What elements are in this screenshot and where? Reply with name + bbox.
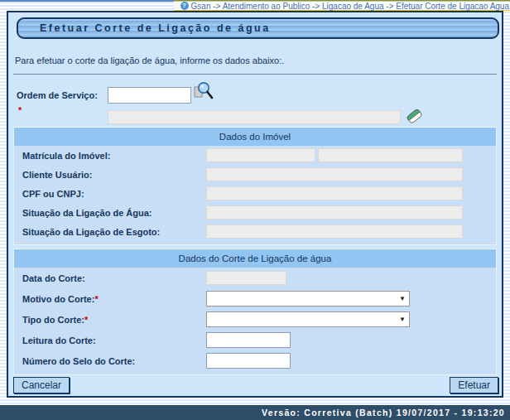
situacao-agua-field bbox=[206, 205, 463, 220]
main-panel: Efetuar Corte de Ligação de água Para ef… bbox=[7, 11, 503, 398]
eraser-icon[interactable] bbox=[406, 106, 424, 129]
search-icon[interactable] bbox=[194, 80, 214, 105]
ordem-servico-description-field bbox=[108, 110, 401, 124]
section-dados-corte-header: Dados do Corte de Ligação de água bbox=[14, 249, 496, 268]
cancel-button[interactable]: Cancelar bbox=[13, 377, 70, 393]
tipo-required-marker: * bbox=[84, 315, 88, 325]
situacao-esgoto-row: Situação da Ligação de Esgoto: bbox=[14, 222, 496, 241]
dropdown-arrow-icon: ▼ bbox=[399, 316, 406, 323]
breadcrumb: ? Gsan -> Atendimento ao Publico -> Liga… bbox=[174, 1, 510, 11]
situacao-esgoto-field bbox=[206, 224, 463, 239]
tipo-corte-select[interactable]: ▼ bbox=[206, 311, 410, 327]
motivo-corte-row: Motivo do Corte:* ▼ bbox=[14, 288, 496, 309]
page-title-bar: Efetuar Corte de Ligação de água bbox=[17, 17, 499, 39]
section-dados-imovel: Dados do Imóvel Matrícula do Imóvel: Cli… bbox=[13, 127, 497, 245]
tipo-corte-row: Tipo do Corte:* ▼ bbox=[14, 309, 496, 330]
matricula-field-1 bbox=[206, 148, 315, 162]
breadcrumb-text: Gsan -> Atendimento ao Publico -> Ligaca… bbox=[191, 2, 509, 11]
data-corte-label: Data do Corte: bbox=[22, 273, 206, 283]
button-row: Cancelar Efetuar bbox=[13, 377, 498, 393]
situacao-agua-row: Situação da Ligação de Água: bbox=[14, 203, 496, 222]
dropdown-arrow-icon: ▼ bbox=[399, 295, 406, 302]
section-dados-imovel-header: Dados do Imóvel bbox=[14, 128, 496, 146]
cpf-row: CPF ou CNPJ: bbox=[14, 184, 496, 203]
ordem-servico-input[interactable] bbox=[108, 87, 191, 104]
cliente-usuario-label: Cliente Usuário: bbox=[22, 170, 206, 180]
submit-button[interactable]: Efetuar bbox=[450, 377, 498, 393]
motivo-corte-label: Motivo do Corte:* bbox=[22, 294, 206, 304]
tipo-corte-label: Tipo do Corte:* bbox=[22, 315, 206, 325]
leitura-corte-label: Leitura do Corte: bbox=[22, 336, 206, 345]
required-marker: * bbox=[18, 105, 22, 115]
cliente-row: Cliente Usuário: bbox=[14, 165, 496, 184]
leitura-corte-row: Leitura do Corte: bbox=[14, 330, 496, 350]
leitura-corte-input[interactable] bbox=[206, 332, 291, 348]
situacao-agua-label: Situação da Ligação de Água: bbox=[22, 208, 206, 218]
motivo-corte-select[interactable]: ▼ bbox=[206, 291, 410, 307]
divider bbox=[13, 74, 497, 75]
cliente-usuario-field bbox=[206, 167, 463, 181]
page-title: Efetuar Corte de Ligação de água bbox=[18, 22, 271, 34]
cpf-cnpj-label: CPF ou CNPJ: bbox=[22, 189, 206, 199]
selo-corte-label: Número do Selo do Corte: bbox=[22, 356, 206, 366]
help-icon[interactable]: ? bbox=[180, 2, 189, 10]
matricula-label: Matrícula do Imóvel: bbox=[22, 151, 206, 161]
data-corte-field bbox=[206, 271, 286, 285]
motivo-required-marker: * bbox=[94, 294, 98, 304]
footer-bar: Versão: Corretiva (Batch) 19/07/2017 - 1… bbox=[0, 405, 510, 420]
ordem-servico-row: Ordem de Serviço: bbox=[17, 85, 214, 105]
data-corte-row: Data do Corte: bbox=[14, 268, 496, 288]
selo-corte-row: Número do Selo do Corte: bbox=[14, 350, 496, 371]
ordem-servico-label: Ordem de Serviço: bbox=[17, 90, 108, 100]
matricula-row: Matrícula do Imóvel: bbox=[14, 146, 496, 165]
cpf-cnpj-field bbox=[206, 186, 463, 200]
intro-text: Para efetuar o corte da ligação de água,… bbox=[15, 56, 284, 65]
matricula-field-2 bbox=[318, 148, 463, 162]
situacao-esgoto-label: Situação da Ligação de Esgoto: bbox=[22, 227, 206, 237]
version-text: Versão: Corretiva (Batch) 19/07/2017 - 1… bbox=[262, 408, 505, 418]
selo-corte-input[interactable] bbox=[206, 353, 291, 369]
section-dados-corte: Dados do Corte de Ligação de água Data d… bbox=[13, 249, 497, 375]
